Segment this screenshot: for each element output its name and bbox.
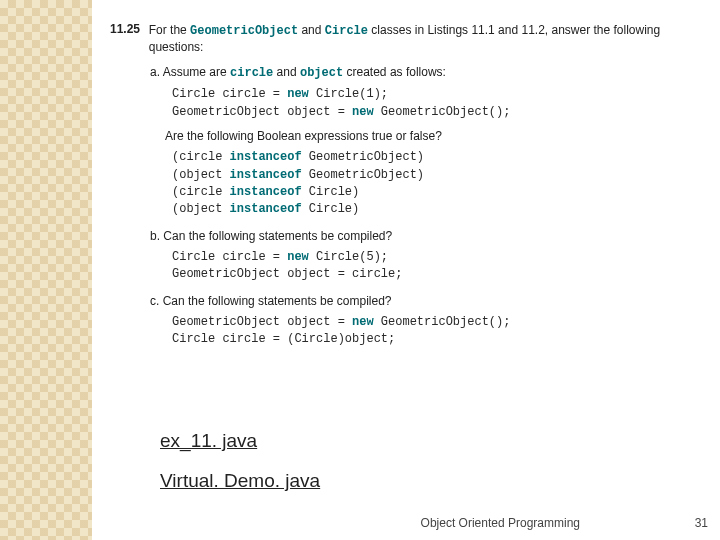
keyword-instanceof: instanceof (230, 202, 302, 216)
exercise-header: 11.25 For the GeometricObject and Circle… (110, 22, 700, 55)
code-text: Circle) (302, 185, 360, 199)
footer-text: Object Oriented Programming (421, 516, 580, 530)
part-a-label: a. (150, 65, 160, 79)
part-b: b. Can the following statements be compi… (150, 229, 700, 243)
part-c-code: GeometricObject object = new GeometricOb… (172, 314, 700, 349)
code-text: (circle (172, 150, 230, 164)
code-text: GeometricObject object = (172, 315, 352, 329)
part-c-text: Can the following statements be compiled… (163, 294, 392, 308)
code-text: GeometricObject) (302, 168, 424, 182)
keyword-new: new (352, 315, 374, 329)
part-a-question: Are the following Boolean expressions tr… (165, 129, 700, 143)
code-text: GeometricObject(); (374, 105, 511, 119)
part-a: a. Assume are circle and object created … (150, 65, 700, 80)
exercise-number: 11.25 (110, 22, 149, 36)
intro-pre: For the (149, 23, 190, 37)
link-virtualdemo[interactable]: Virtual. Demo. java (160, 470, 320, 492)
keyword-instanceof: instanceof (230, 185, 302, 199)
code-line: Circle circle = (Circle)object; (172, 331, 700, 348)
intro-mid: and (298, 23, 325, 37)
keyword-new: new (287, 250, 309, 264)
keyword-instanceof: instanceof (230, 150, 302, 164)
part-a-exprs: (circle instanceof GeometricObject) (obj… (172, 149, 700, 219)
part-c: c. Can the following statements be compi… (150, 294, 700, 308)
code-text: Circle(5); (309, 250, 388, 264)
exercise-intro: For the GeometricObject and Circle class… (149, 22, 700, 55)
content-area: 11.25 For the GeometricObject and Circle… (110, 22, 700, 348)
code-text: Circle) (302, 202, 360, 216)
links-area: ex_11. java Virtual. Demo. java (160, 430, 320, 510)
code-line: GeometricObject object = circle; (172, 266, 700, 283)
code-text: (object (172, 202, 230, 216)
code-text: GeometricObject) (302, 150, 424, 164)
keyword-new: new (287, 87, 309, 101)
pa-kw2: object (300, 66, 343, 80)
pa-pre: Assume are (163, 65, 230, 79)
code-text: Circle circle = (172, 87, 287, 101)
link-ex11[interactable]: ex_11. java (160, 430, 320, 452)
keyword-instanceof: instanceof (230, 168, 302, 182)
keyword-new: new (352, 105, 374, 119)
pa-mid: and (273, 65, 300, 79)
part-a-code1: Circle circle = new Circle(1); Geometric… (172, 86, 700, 121)
part-c-label: c. (150, 294, 159, 308)
keyword-geometricobject: GeometricObject (190, 24, 298, 38)
part-b-code: Circle circle = new Circle(5); Geometric… (172, 249, 700, 284)
part-b-label: b. (150, 229, 160, 243)
part-b-text: Can the following statements be compiled… (163, 229, 392, 243)
slide: 11.25 For the GeometricObject and Circle… (0, 0, 720, 540)
pa-kw1: circle (230, 66, 273, 80)
code-text: Circle(1); (309, 87, 388, 101)
part-a-text: Assume are circle and object created as … (163, 65, 446, 79)
code-text: (circle (172, 185, 230, 199)
code-text: GeometricObject(); (374, 315, 511, 329)
pa-post: created as follows: (343, 65, 446, 79)
keyword-circle: Circle (325, 24, 368, 38)
page-number: 31 (695, 516, 708, 530)
code-text: (object (172, 168, 230, 182)
side-pattern (0, 0, 92, 540)
code-text: GeometricObject object = (172, 105, 352, 119)
code-text: Circle circle = (172, 250, 287, 264)
